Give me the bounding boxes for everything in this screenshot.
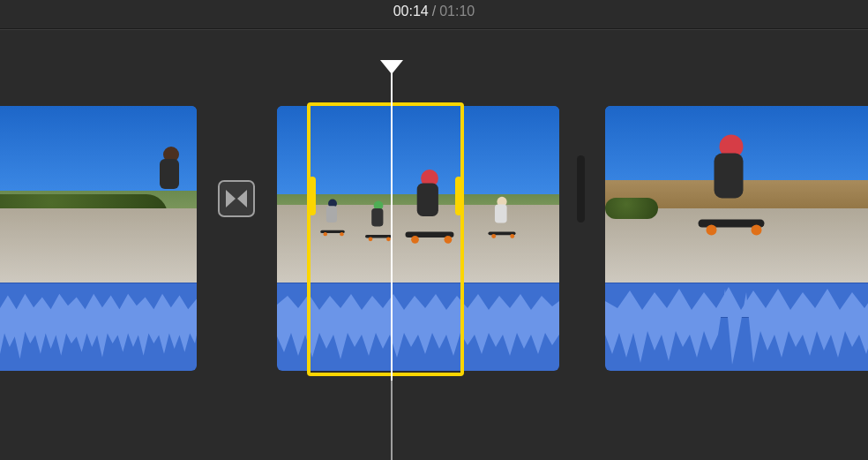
timecode-display: 00:14 / 01:10: [0, 0, 868, 28]
clip-audio-waveform: [0, 283, 197, 371]
clip-video-thumbnail: [0, 106, 197, 283]
svg-marker-0: [226, 190, 236, 207]
playhead-line: [391, 381, 393, 460]
clip-audio-waveform: [605, 283, 868, 371]
cross-dissolve-icon[interactable]: [218, 180, 255, 217]
timecode-separator: /: [432, 4, 436, 19]
timeline-clip[interactable]: [0, 106, 197, 371]
primary-track[interactable]: [0, 106, 868, 371]
playhead-marker-icon[interactable]: [380, 60, 403, 74]
clip-audio-waveform: [277, 283, 559, 371]
timeline-clip[interactable]: [277, 106, 559, 371]
timecode-total: 01:10: [439, 4, 475, 19]
clip-video-thumbnail: [277, 106, 559, 283]
timecode-current: 00:14: [393, 4, 429, 19]
timeline[interactable]: [0, 30, 868, 460]
svg-marker-1: [237, 190, 247, 207]
timeline-clip[interactable]: [605, 106, 868, 371]
clip-gap-handle[interactable]: [577, 155, 585, 222]
clip-video-thumbnail: [605, 106, 868, 283]
